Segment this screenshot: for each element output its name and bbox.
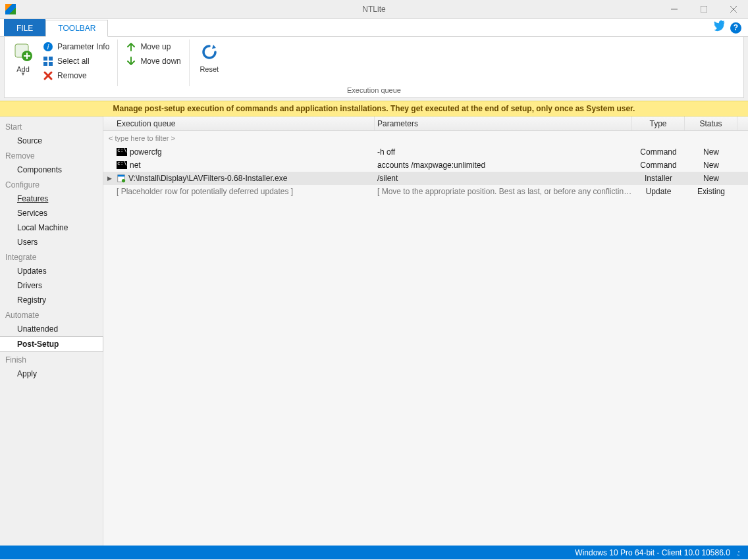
grid-body: powercfg-h offCommandNewnetaccounts /max… bbox=[103, 145, 748, 198]
row-params: accounts /maxpwage:unlimited bbox=[375, 161, 632, 170]
sidebar-item-updates[interactable]: Updates bbox=[0, 264, 103, 278]
sidebar-head-automate: Automate bbox=[0, 307, 103, 322]
parameter-info-button[interactable]: i Parameter Info bbox=[40, 39, 112, 54]
svg-rect-11 bbox=[49, 62, 53, 66]
close-button[interactable] bbox=[718, 0, 748, 19]
remove-button[interactable]: Remove bbox=[40, 68, 112, 83]
app-icon bbox=[5, 4, 16, 14]
chevron-down-icon: ▼ bbox=[20, 71, 26, 77]
remove-icon bbox=[43, 70, 53, 81]
move-down-button[interactable]: Move down bbox=[123, 54, 183, 68]
sidebar-head-finish: Finish bbox=[0, 352, 103, 367]
sidebar-item-features[interactable]: Features bbox=[0, 191, 103, 206]
ribbon: Add ▼ i Parameter Info Select all Remove bbox=[5, 37, 743, 97]
select-all-button[interactable]: Select all bbox=[40, 54, 112, 68]
sidebar-item-local-machine[interactable]: Local Machine bbox=[0, 220, 103, 235]
window-title: NTLite bbox=[0, 5, 748, 14]
sidebar-head-remove: Remove bbox=[0, 148, 103, 163]
help-icon[interactable]: ? bbox=[730, 22, 741, 34]
row-arrow-icon: ▶ bbox=[107, 175, 113, 182]
tab-toolbar[interactable]: TOOLBAR bbox=[45, 20, 108, 37]
select-all-icon bbox=[43, 56, 53, 66]
parameter-info-label: Parameter Info bbox=[57, 42, 109, 51]
minimize-button[interactable] bbox=[659, 0, 689, 19]
row-name: V:\Install\Display\LAVFilters-0.68-Insta… bbox=[128, 174, 287, 183]
move-up-button[interactable]: Move up bbox=[123, 39, 183, 54]
table-row[interactable]: ▶V:\Install\Display\LAVFilters-0.68-Inst… bbox=[103, 172, 748, 185]
col-header-params[interactable]: Parameters bbox=[375, 116, 632, 130]
tab-file[interactable]: FILE bbox=[4, 19, 45, 36]
row-type: Update bbox=[632, 187, 685, 196]
sidebar-head-configure: Configure bbox=[0, 177, 103, 191]
svg-rect-9 bbox=[49, 57, 53, 61]
table-row[interactable]: netaccounts /maxpwage:unlimitedCommandNe… bbox=[103, 159, 748, 172]
row-type: Installer bbox=[632, 174, 685, 183]
row-type: Command bbox=[632, 161, 685, 170]
row-status: New bbox=[685, 161, 737, 170]
sidebar-item-unattended[interactable]: Unattended bbox=[0, 322, 103, 336]
col-header-status[interactable]: Status bbox=[685, 116, 737, 130]
move-up-label: Move up bbox=[140, 42, 171, 51]
ribbon-group-label: Execution queue bbox=[5, 86, 743, 97]
reset-icon bbox=[199, 41, 220, 63]
arrow-up-icon bbox=[126, 41, 136, 52]
cmd-icon bbox=[117, 161, 127, 169]
remove-label: Remove bbox=[57, 71, 87, 80]
svg-rect-1 bbox=[701, 6, 707, 13]
status-bar: Windows 10 Pro 64-bit - Client 10.0 1058… bbox=[0, 546, 748, 559]
content-area: Execution queue Parameters Type Status <… bbox=[103, 116, 748, 546]
row-type: Command bbox=[632, 147, 685, 157]
table-row[interactable]: [ Placeholder row for potentially deferr… bbox=[103, 185, 748, 198]
svg-rect-13 bbox=[118, 175, 125, 177]
status-text: Windows 10 Pro 64-bit - Client 10.0 1058… bbox=[575, 548, 730, 557]
row-name: powercfg bbox=[130, 147, 162, 157]
row-name: [ Placeholder row for potentially deferr… bbox=[117, 187, 293, 196]
cmd-icon bbox=[117, 148, 127, 156]
reset-label: Reset bbox=[200, 65, 219, 73]
sidebar-item-apply[interactable]: Apply bbox=[0, 367, 103, 381]
resize-grip-icon[interactable]: .:: bbox=[737, 549, 739, 557]
svg-rect-10 bbox=[43, 62, 47, 66]
col-header-type[interactable]: Type bbox=[632, 116, 685, 130]
filter-input[interactable]: < type here to filter > bbox=[103, 131, 748, 145]
maximize-button[interactable] bbox=[689, 0, 718, 19]
reset-button[interactable]: Reset bbox=[195, 39, 224, 73]
ribbon-tabs: FILE TOOLBAR ? bbox=[0, 19, 748, 37]
sidebar-item-users[interactable]: Users bbox=[0, 235, 103, 249]
sidebar-head-integrate: Integrate bbox=[0, 249, 103, 264]
titlebar: NTLite bbox=[0, 0, 748, 19]
row-status: Existing bbox=[685, 187, 737, 196]
grid-header: Execution queue Parameters Type Status bbox=[103, 116, 748, 131]
row-name: net bbox=[130, 161, 141, 170]
sidebar-item-source[interactable]: Source bbox=[0, 134, 103, 148]
table-row[interactable]: powercfg-h offCommandNew bbox=[103, 145, 748, 159]
sidebar: Start Source Remove Components Configure… bbox=[0, 116, 103, 546]
svg-point-14 bbox=[122, 179, 125, 182]
row-status: New bbox=[685, 147, 737, 157]
sidebar-item-registry[interactable]: Registry bbox=[0, 293, 103, 307]
info-icon: i bbox=[43, 41, 53, 52]
col-header-queue[interactable]: Execution queue bbox=[103, 116, 375, 130]
sidebar-item-services[interactable]: Services bbox=[0, 206, 103, 220]
twitter-icon[interactable] bbox=[713, 20, 725, 35]
move-down-label: Move down bbox=[140, 57, 180, 66]
sidebar-item-components[interactable]: Components bbox=[0, 163, 103, 177]
sidebar-head-start: Start bbox=[0, 119, 103, 134]
select-all-label: Select all bbox=[57, 57, 90, 66]
row-status: New bbox=[685, 174, 737, 183]
row-params: [ Move to the appropriate position. Best… bbox=[375, 187, 632, 196]
add-button[interactable]: Add ▼ bbox=[9, 39, 38, 77]
info-banner: Manage post-setup execution of commands … bbox=[0, 101, 748, 116]
row-params: -h off bbox=[375, 147, 632, 157]
arrow-down-icon bbox=[126, 56, 136, 66]
svg-rect-8 bbox=[43, 57, 47, 61]
sidebar-item-drivers[interactable]: Drivers bbox=[0, 278, 103, 293]
installer-icon bbox=[117, 174, 126, 183]
row-params: /silent bbox=[375, 174, 632, 183]
add-icon bbox=[13, 41, 34, 63]
sidebar-item-post-setup[interactable]: Post-Setup bbox=[0, 336, 103, 352]
